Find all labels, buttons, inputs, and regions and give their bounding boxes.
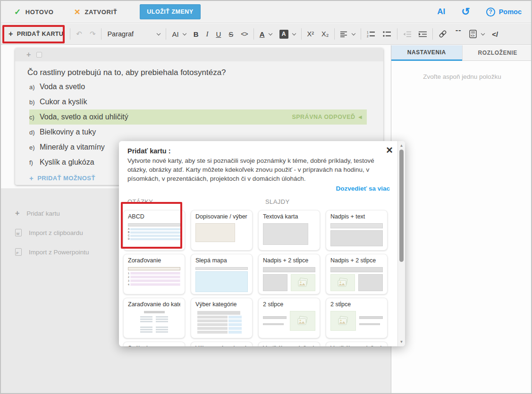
photo-icon: [297, 277, 309, 288]
answer-option-c-correct[interactable]: c) Voda, svetlo a oxid uhličitý SPRÁVNA …: [29, 109, 367, 125]
template-heading-text[interactable]: Nadpis + text: [326, 210, 388, 251]
redo-button[interactable]: ↷: [86, 26, 100, 42]
answer-option-b[interactable]: b) Cukor a kyslík: [29, 94, 367, 109]
tab-layout[interactable]: ROZLOŽENIE: [462, 45, 532, 61]
modal-scrollbar[interactable]: ▲ ▼: [397, 141, 405, 346]
learn-more-wrap: Dozvedieť sa viac: [119, 184, 390, 193]
template-categorize[interactable]: Zaraďovanie do kate...: [123, 298, 185, 338]
modal-description: Vytvorte nové karty, aby ste si poznačil…: [127, 157, 388, 184]
text-color-dropdown[interactable]: A: [256, 26, 276, 42]
inline-code-button[interactable]: <>: [237, 26, 251, 42]
toolbar-divider: [334, 28, 335, 40]
save-changes-button[interactable]: ULOŽIŤ ZMENY: [140, 4, 200, 19]
sidebar-item-label: Pridať kartu: [26, 210, 59, 217]
bullet-list-button[interactable]: [379, 26, 395, 42]
help-button[interactable]: ? Pomoc: [486, 8, 522, 17]
section-slides-label: SLAJDY: [265, 198, 290, 205]
template-abcd[interactable]: ABCD A B C D: [123, 210, 185, 251]
highlight-color-dropdown[interactable]: A: [276, 26, 299, 42]
template-text-card[interactable]: Textová karta: [258, 210, 320, 251]
modal-title: Pridať kartu :: [127, 147, 405, 155]
template-fill-choice[interactable]: Dopisovanie / výber: [191, 210, 253, 251]
text-color-icon: A: [260, 30, 265, 38]
template-pick-correct-image[interactable]: Výber správneho obr...: [191, 342, 253, 346]
link-icon: [439, 30, 447, 38]
toolbar-divider: [361, 28, 361, 40]
font-size-dropdown[interactable]: AI: [168, 26, 189, 42]
code-block-dropdown[interactable]: <>: [465, 26, 488, 42]
strikethrough-button[interactable]: S: [225, 26, 237, 42]
option-label: c): [29, 114, 40, 121]
add-card-button[interactable]: + PRIDAŤ KARTU: [4, 26, 68, 42]
template-blind-map[interactable]: Slepá mapa: [191, 254, 253, 294]
settings-panel: NASTAVENIA ROZLOŽENIE Zvoľte aspoň jednu…: [391, 45, 532, 394]
history-icon[interactable]: ↺: [461, 7, 470, 17]
learn-more-link[interactable]: Dozvedieť sa viac: [336, 185, 390, 192]
toolbar-divider: [70, 28, 70, 40]
done-button[interactable]: ✓ HOTOVO: [14, 7, 54, 17]
underline-button[interactable]: U: [212, 26, 225, 42]
option-text: Voda a svetlo: [40, 83, 85, 91]
template-pick-category[interactable]: Výber kategórie: [191, 298, 253, 338]
select-card-checkbox[interactable]: [36, 52, 42, 58]
blockquote-button[interactable]: “: [451, 26, 465, 42]
ai-button[interactable]: AI: [437, 7, 445, 17]
paragraph-style-dropdown[interactable]: Paragraf: [103, 26, 164, 42]
done-label: HOTOVO: [25, 8, 54, 16]
option-text: Cukor a kyslík: [40, 98, 87, 106]
sidebar-import-powerpoint[interactable]: P Import z Powerpointu: [15, 246, 89, 258]
template-heading-2col-image-left[interactable]: Nadpis + 2 stĺpce: [326, 254, 388, 294]
source-view-button[interactable]: </: [488, 26, 502, 42]
tab-settings[interactable]: NASTAVENIA: [391, 45, 462, 61]
undo-button[interactable]: ↶: [72, 26, 86, 42]
toolbar-divider: [166, 28, 166, 40]
text-card-thumbnail: [263, 223, 315, 247]
photo-icon: [296, 316, 309, 326]
insert-link-button[interactable]: [435, 26, 451, 42]
template-ordering[interactable]: Zoraďovanie 1 2 3 4: [123, 254, 185, 294]
toolbar-divider: [253, 28, 254, 40]
sidebar-add-card[interactable]: + Pridať kartu: [15, 208, 89, 219]
correct-answer-label: SPRÁVNA ODPOVEĎ: [292, 114, 355, 120]
italic-button[interactable]: I: [202, 26, 212, 42]
heading-2col-thumbnail: [330, 267, 383, 291]
close-x-icon: ×: [75, 8, 81, 15]
fill-thumbnail: [195, 223, 248, 247]
modal-close-icon[interactable]: ×: [386, 145, 393, 155]
indent-button[interactable]: [415, 26, 431, 42]
ordered-list-button[interactable]: 1 2: [363, 26, 379, 42]
ordered-list-icon: 1 2: [367, 31, 375, 37]
align-dropdown[interactable]: [337, 26, 359, 42]
template-matching[interactable]: Spájanie: [123, 342, 185, 346]
plus-icon: +: [15, 209, 19, 218]
sidebar-import-clipboard[interactable]: W Import z clipboardu: [15, 227, 89, 238]
check-icon: ✓: [14, 7, 21, 17]
bold-button[interactable]: B: [190, 26, 203, 42]
answer-option-d[interactable]: d) Bielkoviny a tuky: [29, 125, 367, 140]
close-button[interactable]: × ZATVORIŤ: [75, 8, 118, 16]
option-label: e): [29, 144, 40, 151]
template-vertical-layout[interactable]: Vertikálne rozloženie: [258, 342, 320, 346]
scrollbar-thumb[interactable]: [399, 150, 404, 262]
scroll-down-arrow[interactable]: ▼: [398, 338, 405, 345]
subscript-button[interactable]: X₂: [318, 26, 332, 42]
paragraph-style-value: Paragraf: [107, 30, 134, 38]
superscript-button[interactable]: X²: [304, 26, 318, 42]
svg-text:2: 2: [367, 34, 369, 38]
photo-icon: [337, 277, 349, 288]
answer-option-a[interactable]: a) Voda a svetlo: [29, 79, 367, 94]
template-2col-image-left[interactable]: 2 stĺpce: [326, 298, 388, 338]
template-vertical-layout[interactable]: Vertikálne rozloženie: [326, 342, 388, 346]
toolbar-divider: [101, 28, 101, 40]
sidebar-item-label: Import z Powerpointu: [29, 249, 89, 256]
question-text[interactable]: Čo rastliny potrebujú na to, aby prebieh…: [27, 68, 383, 77]
outdent-button[interactable]: [399, 26, 415, 42]
template-heading-2col-image-right[interactable]: Nadpis + 2 stĺpce: [258, 254, 320, 294]
scroll-up-arrow[interactable]: ▲: [398, 142, 405, 149]
template-2col-image-right[interactable]: 2 stĺpce: [258, 298, 320, 338]
option-label: d): [29, 129, 40, 136]
word-doc-icon: W: [15, 229, 22, 236]
insert-above-icon[interactable]: +: [26, 50, 31, 59]
heading-text-thumbnail: [330, 223, 383, 247]
powerpoint-doc-icon: P: [15, 248, 22, 256]
